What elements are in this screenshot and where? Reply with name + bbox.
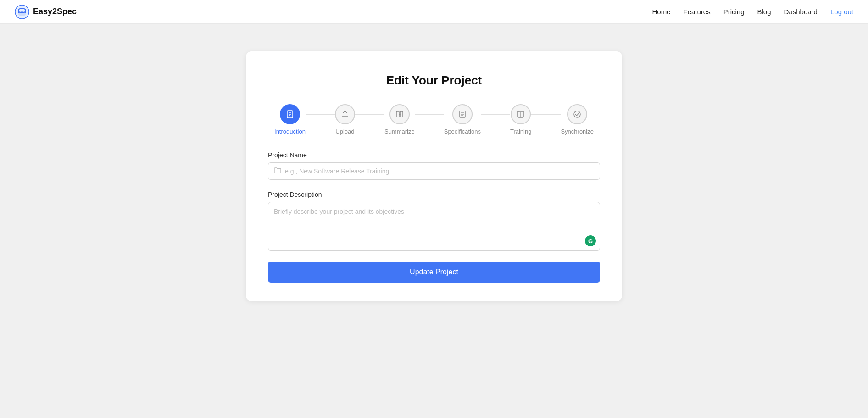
project-name-group: Project Name xyxy=(268,151,600,180)
step-upload[interactable]: Upload xyxy=(335,104,355,135)
step-circle-summarize xyxy=(389,104,410,124)
project-name-label: Project Name xyxy=(268,151,600,159)
upload-icon xyxy=(341,110,349,118)
svg-rect-10 xyxy=(396,111,399,117)
step-introduction[interactable]: Introduction xyxy=(274,104,306,135)
connector-3 xyxy=(415,114,444,115)
project-description-input[interactable] xyxy=(268,202,600,248)
specifications-icon xyxy=(458,110,467,118)
step-label-specifications: Specifications xyxy=(444,128,481,135)
step-specifications[interactable]: Specifications xyxy=(444,104,481,135)
card-title: Edit Your Project xyxy=(268,73,600,88)
summarize-icon xyxy=(395,110,404,118)
brand-logo-icon xyxy=(15,5,29,19)
navbar: Easy2Spec Home Features Pricing Blog Das… xyxy=(0,0,868,24)
step-circle-training xyxy=(511,104,531,124)
folder-icon xyxy=(274,167,281,176)
nav-logout[interactable]: Log out xyxy=(830,8,853,16)
nav-pricing[interactable]: Pricing xyxy=(723,8,745,16)
connector-5 xyxy=(531,114,561,115)
update-project-button[interactable]: Update Project xyxy=(268,262,600,283)
step-training[interactable]: Training xyxy=(510,104,531,135)
step-label-upload: Upload xyxy=(335,128,354,135)
step-label-introduction: Introduction xyxy=(274,128,306,135)
project-description-group: Project Description G xyxy=(268,191,600,251)
connector-1 xyxy=(306,114,335,115)
project-name-input-wrapper xyxy=(268,162,600,180)
nav-features[interactable]: Features xyxy=(683,8,710,16)
svg-rect-11 xyxy=(400,111,403,117)
step-summarize[interactable]: Summarize xyxy=(384,104,415,135)
step-label-summarize: Summarize xyxy=(384,128,415,135)
step-circle-synchronize xyxy=(567,104,587,124)
document-icon xyxy=(285,110,295,119)
main-content: Edit Your Project Introduction xyxy=(0,24,868,418)
brand-name: Easy2Spec xyxy=(33,7,77,17)
synchronize-icon xyxy=(573,110,581,118)
svg-point-17 xyxy=(574,111,580,117)
step-synchronize[interactable]: Synchronize xyxy=(561,104,594,135)
connector-4 xyxy=(481,114,510,115)
nav-dashboard[interactable]: Dashboard xyxy=(784,8,818,16)
step-label-synchronize: Synchronize xyxy=(561,128,594,135)
step-circle-specifications xyxy=(452,104,473,124)
grammarly-icon: G xyxy=(585,235,596,246)
training-icon xyxy=(517,110,525,118)
project-description-wrapper: G xyxy=(268,202,600,251)
nav-brand[interactable]: Easy2Spec xyxy=(15,5,77,19)
nav-home[interactable]: Home xyxy=(652,8,670,16)
step-label-training: Training xyxy=(510,128,531,135)
project-description-label: Project Description xyxy=(268,191,600,198)
project-name-input[interactable] xyxy=(285,163,594,179)
edit-project-card: Edit Your Project Introduction xyxy=(246,51,622,301)
step-circle-introduction xyxy=(280,104,300,124)
connector-2 xyxy=(355,114,384,115)
svg-point-5 xyxy=(21,11,23,13)
nav-links: Home Features Pricing Blog Dashboard Log… xyxy=(652,8,853,16)
nav-blog[interactable]: Blog xyxy=(757,8,771,16)
step-circle-upload xyxy=(335,104,355,124)
stepper: Introduction Upload xyxy=(268,104,600,135)
